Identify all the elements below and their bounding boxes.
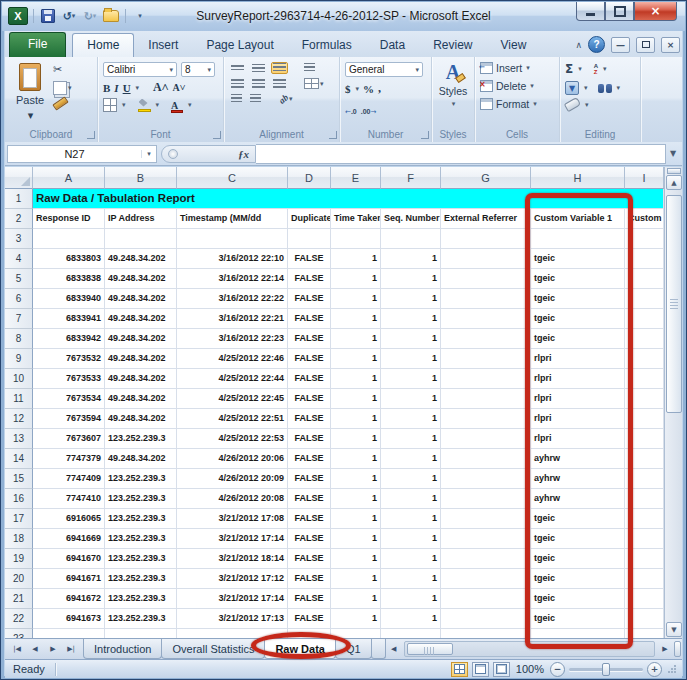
cell[interactable]: 7673532 — [33, 349, 105, 369]
cell[interactable]: tgeic — [531, 269, 625, 289]
workbook-close-button[interactable]: × — [661, 37, 680, 53]
cell[interactable]: 1 — [331, 429, 381, 449]
cell[interactable] — [441, 549, 531, 569]
cell[interactable]: 1 — [381, 489, 441, 509]
cell[interactable] — [625, 489, 664, 509]
grow-font-button[interactable]: A˄ — [153, 80, 169, 95]
cell[interactable] — [625, 289, 664, 309]
cell[interactable]: 49.248.34.202 — [105, 269, 177, 289]
cell[interactable]: 1 — [331, 289, 381, 309]
cell[interactable]: 1 — [331, 349, 381, 369]
cell[interactable] — [531, 629, 625, 638]
cell[interactable] — [441, 349, 531, 369]
next-sheet-icon[interactable]: ▶ — [45, 642, 61, 657]
cell[interactable]: 4/25/2012 22:51 — [177, 409, 288, 429]
cell[interactable]: 1 — [381, 469, 441, 489]
ribbon-tab-data[interactable]: Data — [366, 34, 419, 57]
cell[interactable]: 123.252.239.3 — [105, 529, 177, 549]
cell[interactable] — [625, 549, 664, 569]
row-header-23[interactable]: 23 — [5, 629, 33, 638]
cell[interactable] — [381, 229, 441, 249]
cell[interactable]: 1 — [381, 569, 441, 589]
find-select-icon[interactable] — [598, 84, 612, 93]
cell[interactable] — [177, 629, 288, 638]
cell[interactable]: 3/21/2012 17:14 — [177, 529, 288, 549]
cell[interactable]: rlpri — [531, 389, 625, 409]
cell[interactable] — [441, 629, 531, 638]
cell[interactable]: 1 — [331, 329, 381, 349]
cell[interactable]: 1 — [331, 269, 381, 289]
cell[interactable]: 1 — [331, 509, 381, 529]
cell[interactable] — [441, 329, 531, 349]
header-cell-5[interactable]: Time Taken ( — [331, 209, 381, 229]
cell[interactable]: 1 — [331, 589, 381, 609]
cell[interactable] — [331, 229, 381, 249]
increase-indent-icon[interactable] — [248, 93, 263, 105]
row-header-3[interactable]: 3 — [5, 229, 33, 249]
cell[interactable]: tgeic — [531, 569, 625, 589]
cell[interactable]: FALSE — [288, 289, 331, 309]
cell[interactable] — [441, 409, 531, 429]
horizontal-scroll-thumb[interactable] — [407, 643, 453, 655]
cell-styles-icon[interactable]: A — [446, 62, 460, 82]
cell[interactable]: FALSE — [288, 489, 331, 509]
cell[interactable] — [625, 329, 664, 349]
cell[interactable]: 1 — [381, 309, 441, 329]
cell[interactable] — [105, 629, 177, 638]
header-cell-1[interactable]: Response ID — [33, 209, 105, 229]
column-header-G[interactable]: G — [441, 167, 531, 189]
cell[interactable] — [381, 629, 441, 638]
cell[interactable]: 3/21/2012 17:12 — [177, 569, 288, 589]
cell[interactable]: 123.252.239.3 — [105, 509, 177, 529]
clear-icon[interactable] — [564, 97, 581, 112]
tab-splitter-handle[interactable] — [674, 641, 681, 657]
row-header-19[interactable]: 19 — [5, 549, 33, 569]
align-center-icon[interactable] — [250, 78, 267, 90]
cell[interactable]: 4/25/2012 22:45 — [177, 389, 288, 409]
cell[interactable]: 3/21/2012 17:08 — [177, 509, 288, 529]
cell[interactable]: FALSE — [288, 409, 331, 429]
zoom-slider[interactable] — [569, 668, 643, 671]
shrink-font-button[interactable]: A˅ — [173, 82, 186, 93]
cell[interactable]: 1 — [331, 549, 381, 569]
cell[interactable] — [625, 589, 664, 609]
cell[interactable] — [105, 229, 177, 249]
minimize-ribbon-icon[interactable]: ∧ — [575, 40, 582, 50]
close-button[interactable]: × — [634, 2, 677, 21]
cell[interactable]: FALSE — [288, 309, 331, 329]
cell[interactable]: FALSE — [288, 369, 331, 389]
cell[interactable]: 1 — [331, 249, 381, 269]
page-layout-view-button[interactable] — [472, 662, 489, 677]
header-cell-6[interactable]: Seq. Number — [381, 209, 441, 229]
row-header-1[interactable]: 1 — [5, 189, 33, 209]
cell[interactable]: 7673534 — [33, 389, 105, 409]
cell[interactable] — [625, 369, 664, 389]
expand-formula-bar-icon[interactable]: ▼ — [666, 145, 680, 163]
cell[interactable]: 49.248.34.202 — [105, 249, 177, 269]
scroll-up-button[interactable]: ▲ — [666, 175, 682, 190]
cell[interactable]: ayhrw — [531, 489, 625, 509]
name-box[interactable]: N27 ▾ — [7, 145, 157, 163]
cell[interactable]: 6833942 — [33, 329, 105, 349]
cell[interactable]: 1 — [381, 529, 441, 549]
cell[interactable] — [33, 629, 105, 638]
cell[interactable]: rlpri — [531, 429, 625, 449]
cell[interactable] — [441, 289, 531, 309]
help-icon[interactable]: ? — [588, 36, 605, 53]
ribbon-tab-formulas[interactable]: Formulas — [288, 34, 366, 57]
tab-scroll-right-icon[interactable]: ▶ — [657, 642, 673, 657]
row-header-8[interactable]: 8 — [5, 329, 33, 349]
cell[interactable]: 1 — [381, 289, 441, 309]
cell[interactable]: 1 — [331, 609, 381, 629]
cell[interactable]: 1 — [381, 269, 441, 289]
cell[interactable]: 1 — [331, 309, 381, 329]
cell[interactable] — [441, 449, 531, 469]
cell[interactable]: FALSE — [288, 469, 331, 489]
font-name-select[interactable]: Calibri▾ — [103, 62, 177, 77]
first-sheet-icon[interactable]: |◀ — [9, 642, 25, 657]
cell[interactable] — [331, 629, 381, 638]
font-color-icon[interactable]: A — [171, 101, 183, 110]
sheet-tab-q1[interactable]: Q1 — [335, 639, 372, 659]
column-header-E[interactable]: E — [331, 167, 381, 189]
ribbon-tab-file[interactable]: File — [9, 32, 66, 57]
